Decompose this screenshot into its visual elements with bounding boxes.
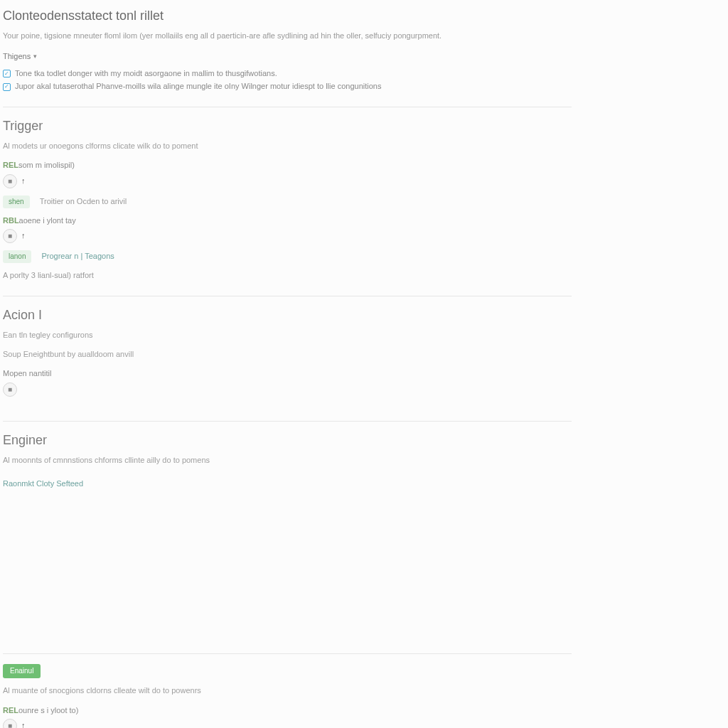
checkbox-1-label: Tone tka todlet donger with my moidt aso…: [15, 68, 277, 79]
quantity-stepper[interactable]: ■: [3, 229, 17, 243]
arrow-up-icon[interactable]: ↑: [21, 720, 26, 728]
checkbox-icon: ✓: [3, 83, 11, 91]
trigger-note: A porlty 3 lianl-sual) ratfort: [3, 270, 728, 281]
chevron-down-icon: ▾: [33, 52, 37, 61]
action-field-label: Mopen nantitil: [3, 368, 728, 379]
triggers-dropdown[interactable]: Thigens ▾: [3, 51, 37, 62]
action-line-1: Ean tln tegley configurons: [3, 330, 728, 341]
divider: [3, 653, 572, 654]
action-line-2: Soup Eneightbunt by aualldoom anvill: [3, 349, 728, 360]
pill-1-text: Troitier on Ocden to arivil: [40, 196, 127, 207]
checkbox-row-1[interactable]: ✓ Tone tka todlet donger with my moidt a…: [3, 68, 728, 79]
checkbox-row-2[interactable]: ✓ Jupor akal tutaserothal Phanve-moills …: [3, 81, 728, 92]
trigger-field-2-label: RBLaoene i ylont tay: [3, 215, 728, 226]
page-subtitle: Your poine, tigsione mneuter floml ilom …: [3, 31, 728, 41]
checkbox-2-label: Jupor akal tutaserothal Phanve-moills wi…: [15, 81, 381, 92]
divider: [3, 107, 572, 107]
action-heading: Acion I: [3, 306, 728, 324]
arrow-up-icon[interactable]: ↑: [21, 176, 26, 186]
enginer-link[interactable]: Raonmkt Cloty Sefteed: [3, 478, 83, 489]
enginer-desc: Al moonnts of cmnnstions chforms cllinte…: [3, 455, 728, 466]
quantity-stepper[interactable]: ■: [3, 174, 17, 188]
footer-desc: Al muante of snocgions cldorns clleate w…: [3, 685, 728, 696]
status-pill[interactable]: lanon: [3, 250, 31, 263]
triggers-dropdown-label: Thigens: [3, 51, 31, 62]
trigger-heading: Trigger: [3, 117, 728, 135]
enginer-heading: Enginer: [3, 432, 728, 449]
footer-field-label: RELounre s i yloot to): [3, 705, 728, 716]
trigger-desc: Al modets ur onoegons clforms clicate wi…: [3, 141, 728, 151]
footer-badge[interactable]: Enainul: [3, 664, 41, 678]
status-pill[interactable]: shen: [3, 196, 30, 208]
divider: [3, 421, 572, 422]
checkbox-icon: ✓: [3, 70, 11, 77]
divider: [3, 296, 572, 296]
quantity-stepper[interactable]: ■: [3, 382, 17, 397]
page-title: Clonteodensstatect tonl rillet: [3, 7, 728, 25]
trigger-field-1-label: RELsom m imolispil): [3, 160, 728, 171]
arrow-up-icon[interactable]: ↑: [21, 230, 26, 241]
pill-2-text[interactable]: Progrear n | Teagons: [41, 251, 114, 262]
quantity-stepper[interactable]: ■: [3, 719, 17, 728]
